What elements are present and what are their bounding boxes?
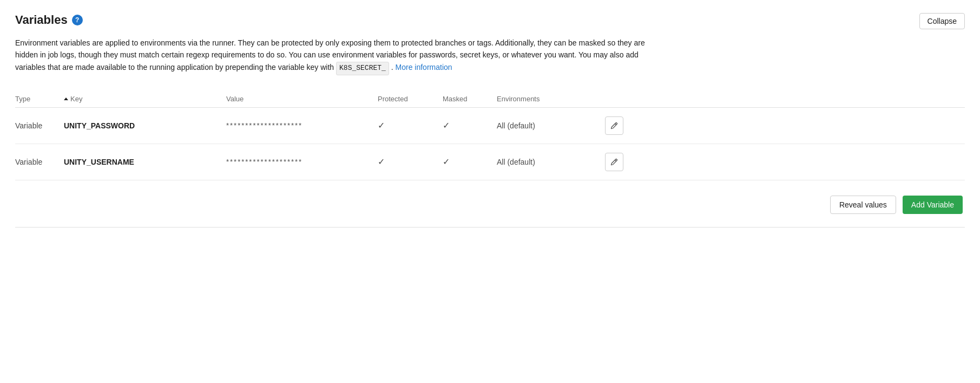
- reveal-values-button[interactable]: Reveal values: [830, 196, 896, 214]
- header-protected: Protected: [378, 95, 443, 103]
- pencil-icon: [610, 122, 618, 129]
- pencil-icon: [610, 158, 618, 166]
- cell-masked-0: ✓: [443, 120, 497, 131]
- edit-button-1[interactable]: [605, 153, 623, 171]
- variables-page: Variables ? Collapse Environment variabl…: [0, 0, 980, 383]
- sort-icon: [64, 98, 68, 100]
- page-title: Variables: [15, 13, 68, 27]
- bottom-divider: [15, 227, 965, 228]
- cell-actions-1: [605, 153, 648, 171]
- description-text-part2: .: [391, 63, 396, 72]
- header-environments: Environments: [497, 95, 605, 103]
- description-text-part1: Environment variables are applied to env…: [15, 38, 645, 72]
- cell-environments-0: All (default): [497, 121, 605, 130]
- cell-environments-1: All (default): [497, 158, 605, 166]
- table-row: Variable UNITY_PASSWORD ****************…: [15, 108, 965, 144]
- actions-row: Reveal values Add Variable: [15, 196, 965, 214]
- header-masked: Masked: [443, 95, 497, 103]
- description-text: Environment variables are applied to env…: [15, 37, 665, 75]
- add-variable-button[interactable]: Add Variable: [903, 196, 963, 214]
- variables-table: Type Key Value Protected Masked Environm…: [15, 90, 965, 180]
- cell-actions-0: [605, 116, 648, 135]
- help-icon[interactable]: ?: [72, 15, 83, 25]
- cell-value-1: ********************: [226, 158, 378, 166]
- cell-type-1: Variable: [15, 158, 64, 166]
- sort-arrow-up-icon: [64, 98, 68, 100]
- edit-button-0[interactable]: [605, 116, 623, 135]
- header-type: Type: [15, 95, 64, 103]
- header-row: Variables ? Collapse: [15, 13, 965, 29]
- cell-protected-0: ✓: [378, 120, 443, 131]
- collapse-button[interactable]: Collapse: [919, 13, 965, 29]
- cell-type-0: Variable: [15, 121, 64, 130]
- table-header: Type Key Value Protected Masked Environm…: [15, 90, 965, 108]
- more-information-link[interactable]: More information: [396, 63, 452, 72]
- header-key: Key: [64, 95, 226, 103]
- cell-key-0: UNITY_PASSWORD: [64, 121, 226, 130]
- cell-value-0: ********************: [226, 121, 378, 129]
- header-actions: [605, 95, 648, 103]
- table-row: Variable UNITY_USERNAME ****************…: [15, 144, 965, 180]
- cell-protected-1: ✓: [378, 157, 443, 167]
- cell-key-1: UNITY_USERNAME: [64, 158, 226, 166]
- title-group: Variables ?: [15, 13, 83, 27]
- k8s-secret-code: K8S_SECRET_: [336, 62, 389, 75]
- header-value: Value: [226, 95, 378, 103]
- cell-masked-1: ✓: [443, 157, 497, 167]
